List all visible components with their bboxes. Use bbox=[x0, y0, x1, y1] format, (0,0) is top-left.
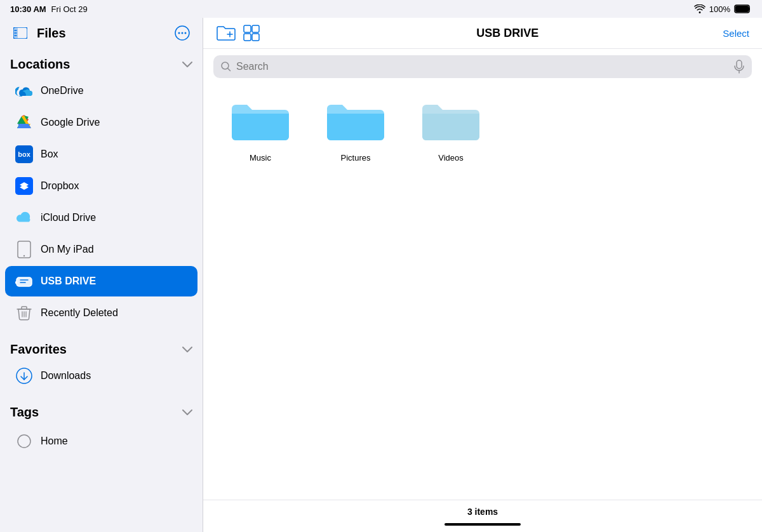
status-time: 10:30 AM bbox=[10, 4, 46, 14]
battery-icon bbox=[734, 4, 752, 13]
folder-music-name: Music bbox=[250, 153, 271, 163]
svg-marker-15 bbox=[20, 185, 29, 190]
svg-rect-18 bbox=[17, 277, 32, 286]
more-options-button[interactable] bbox=[172, 23, 192, 43]
svg-point-25 bbox=[18, 435, 30, 448]
tags-collapse-button[interactable] bbox=[182, 409, 192, 416]
tags-title: Tags bbox=[10, 405, 39, 420]
folder-pictures[interactable]: Pictures bbox=[318, 97, 394, 487]
app-container: Files Locations bbox=[0, 18, 762, 532]
folder-music-icon bbox=[229, 97, 292, 148]
sidebar-header: Files bbox=[0, 18, 203, 50]
microphone-icon bbox=[734, 60, 744, 74]
box-icon: box bbox=[15, 145, 33, 163]
svg-rect-31 bbox=[252, 34, 259, 41]
trash-icon bbox=[15, 304, 33, 322]
svg-rect-30 bbox=[244, 34, 251, 41]
main-header: USB DRIVE Select bbox=[203, 18, 762, 49]
sidebar-item-recentlydeleted[interactable]: Recently Deleted bbox=[5, 298, 197, 328]
svg-point-8 bbox=[178, 32, 180, 34]
locations-section-header: Locations bbox=[0, 50, 203, 76]
sidebar-item-ipad[interactable]: On My iPad bbox=[5, 234, 197, 265]
search-bar bbox=[213, 55, 752, 78]
svg-point-17 bbox=[23, 255, 25, 256]
sidebar-item-googledrive[interactable]: Google Drive bbox=[5, 107, 197, 138]
download-icon bbox=[15, 367, 33, 385]
sidebar-item-icloud[interactable]: iCloud Drive bbox=[5, 203, 197, 233]
svg-rect-33 bbox=[737, 60, 742, 69]
add-folder-button[interactable] bbox=[216, 24, 236, 42]
svg-point-32 bbox=[222, 62, 229, 69]
sidebar-title: Files bbox=[37, 26, 66, 41]
sidebar-item-home-tag[interactable]: Home bbox=[5, 426, 197, 456]
folder-videos-icon bbox=[419, 97, 483, 148]
dropbox-icon bbox=[15, 177, 33, 195]
folder-videos-name: Videos bbox=[438, 153, 464, 163]
recentlydeleted-label: Recently Deleted bbox=[41, 307, 118, 319]
footer-inner: 3 items bbox=[444, 507, 521, 526]
sidebar-item-downloads[interactable]: Downloads bbox=[5, 361, 197, 391]
usbdrive-label: USB DRIVE bbox=[41, 276, 96, 287]
locations-collapse-button[interactable] bbox=[182, 62, 192, 68]
onedrive-icon bbox=[15, 82, 33, 100]
ellipsis-icon bbox=[175, 25, 190, 41]
search-icon bbox=[221, 62, 231, 72]
googledrive-icon bbox=[15, 114, 33, 131]
usb-drive-icon bbox=[15, 272, 33, 290]
main-title: USB DRIVE bbox=[292, 27, 723, 40]
grid-icon bbox=[243, 24, 260, 42]
sidebar-item-onedrive[interactable]: OneDrive bbox=[5, 76, 197, 106]
home-indicator bbox=[444, 523, 521, 526]
home-tag-icon bbox=[15, 432, 33, 450]
grid-view-button[interactable] bbox=[243, 24, 260, 42]
status-bar: 10:30 AM Fri Oct 29 100% bbox=[0, 0, 762, 18]
folder-pictures-icon bbox=[324, 97, 387, 148]
dropbox-label: Dropbox bbox=[41, 180, 79, 192]
svg-point-9 bbox=[182, 32, 184, 34]
svg-rect-29 bbox=[252, 25, 259, 32]
downloads-label: Downloads bbox=[41, 370, 91, 382]
svg-rect-28 bbox=[244, 25, 251, 32]
tags-section-header: Tags bbox=[0, 397, 203, 426]
favorites-section-header: Favorites bbox=[0, 335, 203, 361]
favorites-title: Favorites bbox=[10, 342, 67, 357]
sidebar-icon bbox=[13, 27, 27, 39]
chevron-down-favorites-icon bbox=[182, 347, 192, 353]
folder-videos[interactable]: Videos bbox=[413, 97, 489, 487]
folder-grid: Music Pictures bbox=[203, 84, 762, 500]
sidebar: Files Locations bbox=[0, 18, 203, 532]
svg-point-10 bbox=[185, 32, 187, 34]
wifi-icon bbox=[694, 4, 705, 13]
chevron-down-tags-icon bbox=[182, 409, 192, 416]
ipad-device-icon bbox=[15, 241, 33, 258]
sidebar-item-usbdrive[interactable]: USB DRIVE bbox=[5, 266, 197, 296]
sidebar-item-box[interactable]: box Box bbox=[5, 139, 197, 170]
select-label: Select bbox=[723, 28, 749, 39]
sidebar-toggle-button[interactable] bbox=[10, 23, 30, 43]
favorites-collapse-button[interactable] bbox=[182, 347, 192, 353]
select-button[interactable]: Select bbox=[723, 28, 749, 39]
svg-rect-1 bbox=[735, 6, 749, 12]
home-tag-label: Home bbox=[41, 436, 68, 447]
battery-percentage: 100% bbox=[709, 4, 730, 14]
folder-add-icon bbox=[216, 24, 236, 42]
search-container bbox=[203, 49, 762, 84]
folder-music[interactable]: Music bbox=[222, 97, 298, 487]
folder-pictures-name: Pictures bbox=[341, 153, 371, 163]
main-content: USB DRIVE Select bbox=[203, 18, 762, 532]
status-date: Fri Oct 29 bbox=[51, 4, 88, 14]
chevron-down-icon bbox=[182, 62, 192, 68]
icloud-icon bbox=[15, 209, 33, 227]
ipad-label: On My iPad bbox=[41, 244, 94, 255]
locations-title: Locations bbox=[10, 57, 70, 72]
onedrive-label: OneDrive bbox=[41, 85, 84, 96]
items-count: 3 items bbox=[467, 507, 498, 517]
search-input[interactable] bbox=[236, 61, 729, 72]
icloud-label: iCloud Drive bbox=[41, 212, 96, 223]
googledrive-label: Google Drive bbox=[41, 117, 100, 128]
main-footer: 3 items bbox=[203, 500, 762, 532]
sidebar-item-dropbox[interactable]: Dropbox bbox=[5, 171, 197, 201]
box-label: Box bbox=[41, 149, 58, 160]
